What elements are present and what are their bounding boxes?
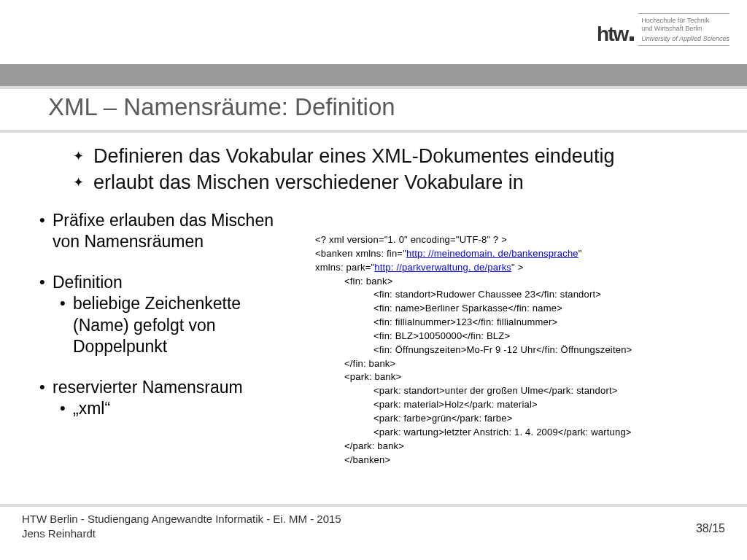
left-sub-reserved: „xml“ bbox=[73, 398, 110, 419]
logo-mark: htw bbox=[597, 23, 634, 46]
code-line: <park: standort>unter der großen Ulme</p… bbox=[315, 384, 724, 398]
diamond-bullet-icon: ✦ bbox=[73, 169, 93, 191]
left-sub-definition: beliebige Zeichenkette (Name) gefolgt vo… bbox=[73, 293, 295, 357]
code-line: <fin: standort>Rudower Chaussee 23</fin:… bbox=[315, 288, 724, 302]
footer-page-number: 38/15 bbox=[696, 522, 725, 535]
left-bullet-reserved: reservierter Namensraum bbox=[53, 377, 243, 398]
header-grey-bar bbox=[0, 64, 747, 86]
code-line: </fin: bank> bbox=[315, 357, 724, 371]
code-line: <fin: fillialnummer>123</fin: fillialnum… bbox=[315, 316, 724, 330]
bullet-dot-icon: • bbox=[39, 377, 53, 398]
bullet-dot-icon: • bbox=[39, 272, 53, 293]
logo-dot-icon bbox=[630, 36, 634, 41]
logo-letters: htw bbox=[597, 23, 627, 46]
background-bullet-2: erlaubt das Mischen verschiedener Vokabu… bbox=[93, 169, 524, 195]
code-link-park[interactable]: http: //parkverwaltung. de/parks bbox=[374, 262, 511, 273]
code-line: <fin: bank> bbox=[315, 275, 724, 289]
code-line: </park: bank> bbox=[315, 440, 724, 454]
bullet-dot-icon: • bbox=[60, 398, 73, 419]
title-underline bbox=[0, 130, 747, 133]
code-line: <fin: Öffnungszeiten>Mo-Fr 9 -12 Uhr</fi… bbox=[315, 343, 724, 357]
code-link-fin[interactable]: http: //meinedomain. de/bankensprache bbox=[406, 248, 578, 259]
bullet-dot-icon: • bbox=[39, 210, 53, 253]
code-example: <? xml version="1. 0" encoding="UTF-8" ?… bbox=[315, 233, 724, 467]
background-bullet-1: Definieren das Vokabular eines XML-Dokum… bbox=[93, 143, 614, 169]
code-line: <fin: name>Berliner Sparkasse</fin: name… bbox=[315, 302, 724, 316]
footer-line-2: Jens Reinhardt bbox=[22, 526, 341, 541]
footer-top-bar bbox=[0, 504, 747, 507]
background-bullets: ✦ Definieren das Vokabular eines XML-Dok… bbox=[73, 143, 700, 196]
code-line: <park: wartung>letzter Anstrich: 1. 4. 2… bbox=[315, 426, 724, 440]
footer-line-1: HTW Berlin - Studiengang Angewandte Info… bbox=[22, 512, 341, 526]
left-bullet-prefix: Präfixe erlauben das Mischen von Namensr… bbox=[53, 210, 295, 253]
code-line: <banken xmlns: fin="http: //meinedomain.… bbox=[315, 247, 724, 261]
code-line: <park: bank> bbox=[315, 370, 724, 384]
slide-title: XML – Namensräume: Definition bbox=[48, 93, 395, 121]
diamond-bullet-icon: ✦ bbox=[73, 143, 93, 165]
code-line: <park: farbe>grün</park: farbe> bbox=[315, 412, 724, 426]
footer-left: HTW Berlin - Studiengang Angewandte Info… bbox=[22, 512, 341, 542]
logo-subtext: Hochschule für Technik und Wirtschaft Be… bbox=[638, 13, 729, 46]
code-line: <fin: BLZ>10050000</fin: BLZ> bbox=[315, 330, 724, 343]
header-thin-bar bbox=[0, 86, 747, 89]
code-line: <? xml version="1. 0" encoding="UTF-8" ?… bbox=[315, 233, 724, 247]
code-line: </banken> bbox=[315, 454, 724, 467]
bullet-dot-icon: • bbox=[60, 293, 73, 357]
code-line: <park: material>Holz</park: material> bbox=[315, 398, 724, 412]
left-bullet-definition: Definition bbox=[53, 272, 123, 293]
foreground-content: • Präfixe erlauben das Mischen von Namen… bbox=[39, 210, 711, 502]
code-line: xmlns: park="http: //parkverwaltung. de/… bbox=[315, 261, 724, 275]
left-column: • Präfixe erlauben das Mischen von Namen… bbox=[39, 210, 295, 420]
logo: htw Hochschule für Technik und Wirtschaf… bbox=[597, 13, 729, 46]
